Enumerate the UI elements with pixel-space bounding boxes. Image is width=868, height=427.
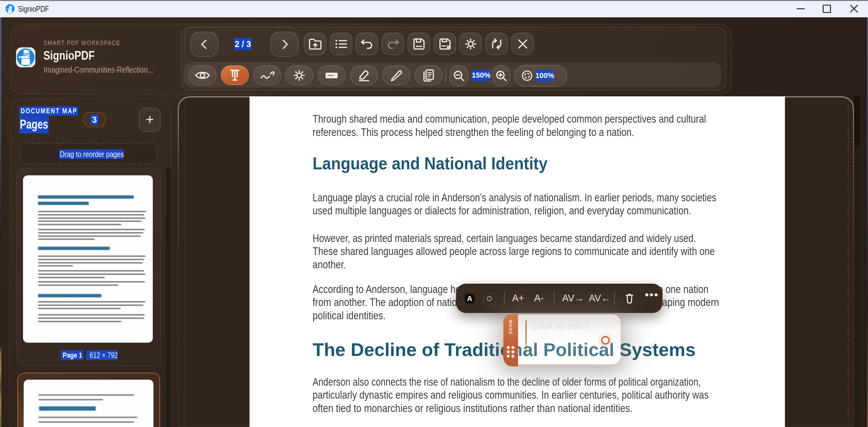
svg-text:pdf: pdf [24, 52, 30, 56]
